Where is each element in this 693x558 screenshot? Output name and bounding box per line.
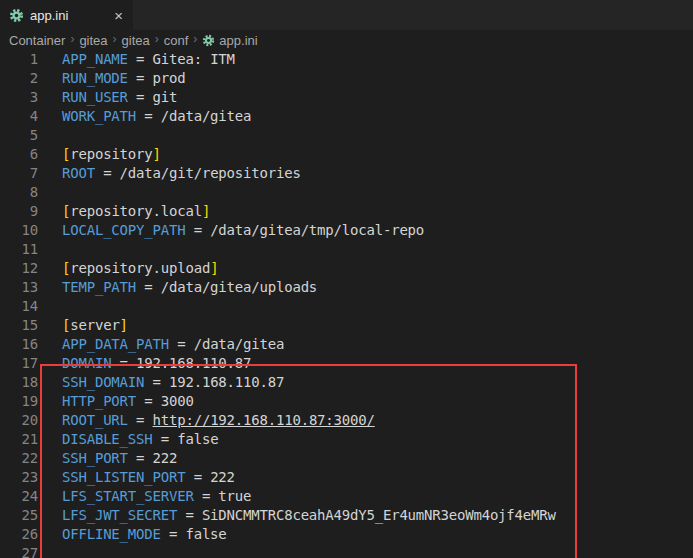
code-text: [repository] xyxy=(62,145,161,164)
line-number[interactable]: 16 xyxy=(0,335,38,354)
line-number[interactable]: 12 xyxy=(0,259,38,278)
line-number[interactable]: 14 xyxy=(0,297,38,316)
line-number[interactable]: 15 xyxy=(0,316,38,335)
close-icon[interactable]: × xyxy=(112,8,125,23)
code-line[interactable]: 20ROOT_URL = http://192.168.110.87:3000/ xyxy=(0,411,693,430)
bracket-open: [ xyxy=(62,146,70,162)
line-number[interactable]: 11 xyxy=(0,240,38,259)
code-line[interactable]: 8 xyxy=(0,183,693,202)
ini-key: SSH_DOMAIN xyxy=(62,374,144,390)
code-line[interactable]: 15[server] xyxy=(0,316,693,335)
code-line[interactable]: 23SSH_LISTEN_PORT = 222 xyxy=(0,468,693,487)
code-text: [repository.local] xyxy=(62,202,210,221)
editor[interactable]: 1APP_NAME = Gitea: ITM2RUN_MODE = prod3R… xyxy=(0,50,693,558)
code-line[interactable]: 3RUN_USER = git xyxy=(0,88,693,107)
chevron-right-icon: › xyxy=(193,32,197,46)
line-number[interactable]: 10 xyxy=(0,221,38,240)
tab-app-ini[interactable]: app.ini × xyxy=(0,0,133,30)
code-line[interactable]: 9[repository.local] xyxy=(0,202,693,221)
code-line[interactable]: 11 xyxy=(0,240,693,259)
line-number[interactable]: 22 xyxy=(0,449,38,468)
line-number[interactable]: 25 xyxy=(0,506,38,525)
ini-value: /data/gitea xyxy=(161,108,252,124)
ini-key: ROOT xyxy=(62,165,95,181)
code-line[interactable]: 25LFS_JWT_SECRET = SiDNCMMTRC8ceahA49dY5… xyxy=(0,506,693,525)
equals-operator: = xyxy=(111,355,136,371)
line-number[interactable]: 9 xyxy=(0,202,38,221)
line-number[interactable]: 7 xyxy=(0,164,38,183)
code-text: SSH_DOMAIN = 192.168.110.87 xyxy=(62,373,284,392)
breadcrumb-item-container[interactable]: Container xyxy=(9,33,65,48)
equals-operator: = xyxy=(128,70,153,86)
equals-operator: = xyxy=(161,526,186,542)
code-text: RUN_MODE = prod xyxy=(62,69,185,88)
code-line[interactable]: 19HTTP_PORT = 3000 xyxy=(0,392,693,411)
line-number[interactable]: 21 xyxy=(0,430,38,449)
code-line[interactable]: 17DOMAIN = 192.168.110.87 xyxy=(0,354,693,373)
breadcrumb-item-conf[interactable]: conf xyxy=(164,33,189,48)
code-text: APP_DATA_PATH = /data/gitea xyxy=(62,335,284,354)
line-number[interactable]: 20 xyxy=(0,411,38,430)
code-line[interactable]: 1APP_NAME = Gitea: ITM xyxy=(0,50,693,69)
code-line[interactable]: 16APP_DATA_PATH = /data/gitea xyxy=(0,335,693,354)
line-number[interactable]: 27 xyxy=(0,544,38,558)
code-line[interactable]: 21DISABLE_SSH = false xyxy=(0,430,693,449)
line-number[interactable]: 19 xyxy=(0,392,38,411)
ini-value: false xyxy=(185,526,226,542)
line-number[interactable]: 8 xyxy=(0,183,38,202)
code-line[interactable]: 4WORK_PATH = /data/gitea xyxy=(0,107,693,126)
ini-value-link: http://192.168.110.87:3000/ xyxy=(153,412,375,428)
equals-operator: = xyxy=(169,336,194,352)
code-line[interactable]: 10LOCAL_COPY_PATH = /data/gitea/tmp/loca… xyxy=(0,221,693,240)
ini-value: 222 xyxy=(210,469,235,485)
code-text: TEMP_PATH = /data/gitea/uploads xyxy=(62,278,317,297)
equals-operator: = xyxy=(144,374,169,390)
breadcrumb-item-file[interactable]: app.ini xyxy=(202,33,257,48)
equals-operator: = xyxy=(185,469,210,485)
code-line[interactable]: 13TEMP_PATH = /data/gitea/uploads xyxy=(0,278,693,297)
line-number[interactable]: 24 xyxy=(0,487,38,506)
ini-value: git xyxy=(153,89,178,105)
ini-value: 192.168.110.87 xyxy=(169,374,284,390)
code-text: LFS_JWT_SECRET = SiDNCMMTRC8ceahA49dY5_E… xyxy=(62,506,556,525)
line-number[interactable]: 18 xyxy=(0,373,38,392)
equals-operator: = xyxy=(177,507,202,523)
line-number[interactable]: 13 xyxy=(0,278,38,297)
equals-operator: = xyxy=(128,89,153,105)
code-line[interactable]: 27 xyxy=(0,544,693,558)
line-number[interactable]: 2 xyxy=(0,69,38,88)
line-number[interactable]: 26 xyxy=(0,525,38,544)
code-line[interactable]: 24LFS_START_SERVER = true xyxy=(0,487,693,506)
code-line[interactable]: 12[repository.upload] xyxy=(0,259,693,278)
bracket-close: ] xyxy=(202,203,210,219)
ini-section-name: repository.local xyxy=(70,203,202,219)
line-number[interactable]: 23 xyxy=(0,468,38,487)
line-number[interactable]: 1 xyxy=(0,50,38,69)
line-number[interactable]: 4 xyxy=(0,107,38,126)
line-number[interactable]: 5 xyxy=(0,126,38,145)
code-line[interactable]: 26OFFLINE_MODE = false xyxy=(0,525,693,544)
line-number[interactable]: 3 xyxy=(0,88,38,107)
code-line[interactable]: 6[repository] xyxy=(0,145,693,164)
equals-operator: = xyxy=(136,108,161,124)
tab-label: app.ini xyxy=(30,8,68,23)
code-area: 1APP_NAME = Gitea: ITM2RUN_MODE = prod3R… xyxy=(0,50,693,558)
line-number[interactable]: 6 xyxy=(0,145,38,164)
bracket-close: ] xyxy=(120,317,128,333)
equals-operator: = xyxy=(128,450,153,466)
code-line[interactable]: 18SSH_DOMAIN = 192.168.110.87 xyxy=(0,373,693,392)
ini-section-name: repository.upload xyxy=(70,260,210,276)
code-line[interactable]: 14 xyxy=(0,297,693,316)
breadcrumb-item-gitea[interactable]: gitea xyxy=(79,33,107,48)
code-line[interactable]: 5 xyxy=(0,126,693,145)
ini-value: 222 xyxy=(153,450,178,466)
ini-value: 3000 xyxy=(161,393,194,409)
code-line[interactable]: 7ROOT = /data/git/repositories xyxy=(0,164,693,183)
breadcrumb-item-gitea2[interactable]: gitea xyxy=(122,33,150,48)
code-line[interactable]: 22SSH_PORT = 222 xyxy=(0,449,693,468)
code-line[interactable]: 2RUN_MODE = prod xyxy=(0,69,693,88)
ini-key: SSH_LISTEN_PORT xyxy=(62,469,185,485)
bracket-close: ] xyxy=(210,260,218,276)
breadcrumb-file-label: app.ini xyxy=(219,33,257,48)
line-number[interactable]: 17 xyxy=(0,354,38,373)
